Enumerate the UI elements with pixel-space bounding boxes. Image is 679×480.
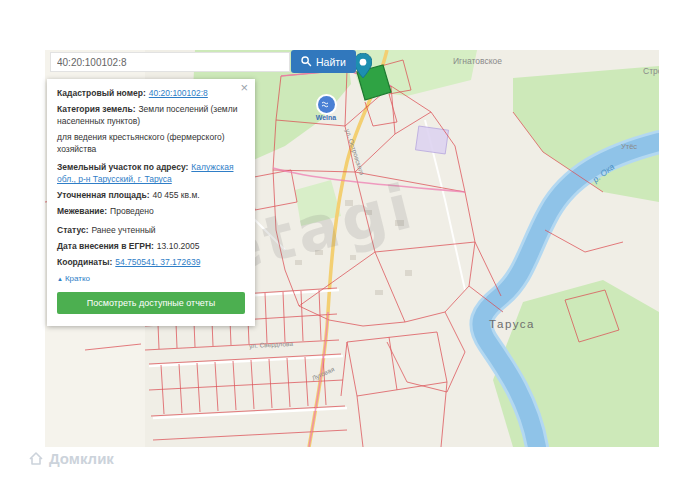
field-label: Категория земель: xyxy=(57,104,135,114)
search-button[interactable]: Найти xyxy=(291,50,356,73)
field-label: Межевание: xyxy=(57,206,107,216)
field-status: Статус:Ранее учтенный xyxy=(57,225,245,237)
collapse-label: Кратко xyxy=(65,274,90,283)
coordinates-link[interactable]: 54.750541, 37.172639 xyxy=(115,257,200,267)
field-area: Уточненная площадь:40 455 кв.м. xyxy=(57,190,245,202)
view-reports-button[interactable]: Посмотреть доступные отчеты xyxy=(57,292,245,314)
field-value: 40 455 кв.м. xyxy=(153,190,200,200)
field-address: Земельный участок по адресу:Калужская об… xyxy=(57,162,245,186)
field-label: Уточненная площадь: xyxy=(57,190,150,200)
field-value: Проведено xyxy=(110,206,154,216)
field-coordinates: Координаты:54.750541, 37.172639 xyxy=(57,257,245,269)
house-icon xyxy=(28,451,44,466)
field-value: для ведения крестьянского (фермерского) … xyxy=(57,132,225,154)
collapse-toggle[interactable]: ▲Кратко xyxy=(57,274,245,283)
field-label: Кадастровый номер: xyxy=(57,88,146,98)
search-button-label: Найти xyxy=(316,56,346,68)
field-land-category: Категория земель:Земли поселений (земли … xyxy=(57,104,245,128)
field-cadastral-number: Кадастровый номер:40:20:100102:8 xyxy=(57,88,245,100)
field-value: 13.10.2005 xyxy=(157,241,200,251)
collapse-arrow-icon: ▲ xyxy=(57,276,63,282)
poi-welna[interactable]: Welna xyxy=(303,96,349,121)
field-egrn-date: Дата внесения в ЕГРН:13.10.2005 xyxy=(57,241,245,253)
field-survey: Межевание:Проведено xyxy=(57,206,245,218)
field-label: Статус: xyxy=(57,225,88,235)
search-icon xyxy=(301,56,312,67)
welna-icon xyxy=(318,96,335,113)
parcel-info-panel: × Кадастровый номер:40:20:100102:8 Катег… xyxy=(47,79,255,326)
field-value: Ранее учтенный xyxy=(91,225,155,235)
cadastral-number-link[interactable]: 40:20:100102:8 xyxy=(149,88,208,98)
close-icon[interactable]: × xyxy=(240,81,248,94)
domclick-logo-label: Домклик xyxy=(49,450,114,467)
field-label: Земельный участок по адресу: xyxy=(57,162,188,172)
field-land-category-cont: для ведения крестьянского (фермерского) … xyxy=(57,132,245,156)
welna-label: Welna xyxy=(303,114,349,121)
field-label: Дата внесения в ЕГРН: xyxy=(57,241,154,251)
cadastral-search-input[interactable] xyxy=(50,52,290,72)
field-label: Координаты: xyxy=(57,257,112,267)
parcel-marker-pin-icon[interactable] xyxy=(354,53,372,78)
domclick-logo: Домклик xyxy=(28,450,114,467)
